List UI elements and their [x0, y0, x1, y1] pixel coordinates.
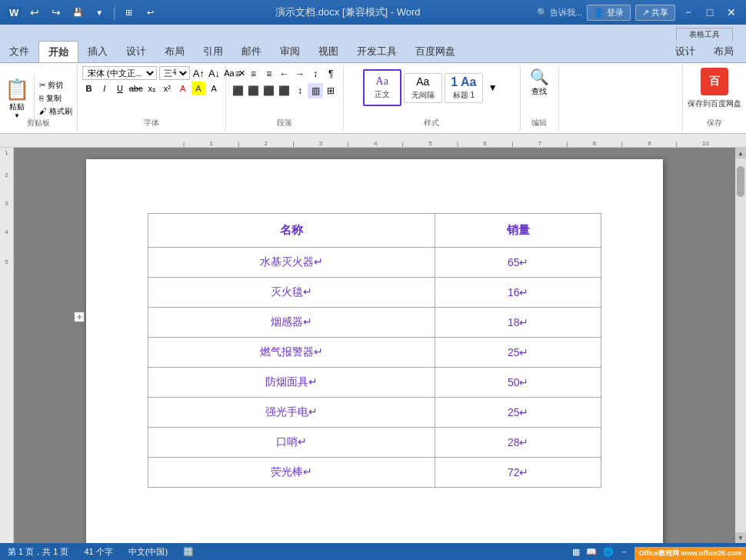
tab-home[interactable]: 开始: [38, 41, 78, 62]
copy-button[interactable]: ⎘ 复制: [36, 92, 75, 105]
quick-more-button[interactable]: ▼: [91, 4, 108, 21]
styles-group: Aa 正文 Aa 无间隔 1 Aa 标题 1 ▼ 样式: [344, 65, 521, 132]
superscript-button[interactable]: x²: [161, 82, 174, 95]
clipboard-label: 剪贴板: [0, 118, 77, 130]
find-button[interactable]: 🔍 查找: [527, 66, 552, 98]
font-color2-button[interactable]: A: [208, 82, 221, 95]
font-size-select[interactable]: 三号: [159, 66, 190, 80]
indent-decrease-button[interactable]: ←: [277, 66, 291, 82]
styles-more-button[interactable]: ▼: [485, 80, 501, 95]
person-icon: 👤: [594, 8, 604, 18]
tab-layout[interactable]: 布局: [155, 41, 194, 62]
baidu-group: 百 保存到百度网盘 保存: [682, 65, 746, 132]
app-container: W ↩ ↪ 💾 ▼ | ⊞ ↩ 演示文档.docx [兼容模式] - Word …: [0, 0, 746, 560]
font-controls: 宋体 (中文正... 三号 A↑ A↓ Aa ✕ B I U abc x₂: [82, 66, 221, 95]
tab-table-layout[interactable]: 布局: [704, 41, 743, 62]
save-quick-button[interactable]: 💾: [69, 4, 86, 21]
page-container: ✛ 名称 销量 水基灭火器↵65↵灭火毯↵16↵烟感器↵18↵燃气报警器↵25↵…: [14, 148, 735, 543]
multilevel-button[interactable]: ≡: [261, 66, 276, 82]
view-web-button[interactable]: 🌐: [603, 547, 614, 557]
bold-button[interactable]: B: [82, 82, 95, 95]
align-center-button[interactable]: ⬛: [246, 83, 261, 98]
borders-button[interactable]: ⊞: [324, 83, 338, 98]
subscript-button[interactable]: x₂: [145, 82, 158, 95]
document-title: 演示文档.docx [兼容模式] - Word: [159, 5, 537, 19]
justify-button[interactable]: ⬛: [277, 83, 291, 98]
font-family-select[interactable]: 宋体 (中文正...: [82, 66, 157, 80]
style-no-spacing[interactable]: Aa 无间隔: [404, 73, 442, 103]
show-marks-button[interactable]: ¶: [324, 66, 338, 82]
ribbon-tab-bar: 文件 开始 插入 设计 布局 引用 邮件 审阅 视图 开发工具 百度网盘 表格工…: [0, 25, 746, 63]
tab-table-design[interactable]: 设计: [666, 41, 704, 62]
tab-mailings[interactable]: 邮件: [232, 41, 271, 62]
undo-button[interactable]: ↩: [26, 4, 43, 21]
restore-button[interactable]: □: [701, 4, 718, 21]
baidu-watermark: Office教程网 www.office26.com: [634, 547, 746, 560]
table-cell-sales: 65↵: [435, 248, 601, 278]
font-grow-button[interactable]: A↑: [192, 66, 205, 80]
paste-button[interactable]: 📋 粘贴 ▼: [0, 75, 35, 122]
font-shrink-button[interactable]: A↓: [208, 66, 221, 80]
baidu-group-label: 保存: [707, 118, 722, 130]
zoom-out-button[interactable]: －: [620, 546, 628, 558]
strikethrough-button[interactable]: abc: [129, 82, 143, 95]
minimize-button[interactable]: －: [680, 4, 697, 21]
shading-button[interactable]: ▥: [308, 83, 322, 98]
title-right: 🔍 告诉我... 👤 登录 ↗ 共享 － □ ✕: [537, 4, 740, 21]
style-normal[interactable]: Aa 正文: [363, 69, 401, 106]
bullets-button[interactable]: ≡: [231, 66, 245, 82]
style-heading1[interactable]: 1 Aa 标题 1: [445, 73, 483, 103]
horizontal-ruler: |1|2|3|4|5|6|7|8|9|10: [0, 134, 746, 148]
share-button[interactable]: ↗ 共享: [635, 5, 675, 21]
tab-references[interactable]: 引用: [194, 41, 232, 62]
undo2-button[interactable]: ↩: [142, 4, 159, 21]
format-painter-button[interactable]: 🖌 格式刷: [36, 105, 75, 118]
touch-mode-button[interactable]: ⊞: [121, 4, 138, 21]
scroll-thumb[interactable]: [737, 166, 744, 197]
table-resize-right[interactable]: ⋮: [662, 310, 669, 318]
scroll-down-arrow[interactable]: ▼: [735, 532, 746, 543]
tab-developer[interactable]: 开发工具: [348, 41, 406, 62]
table-body: 水基灭火器↵65↵灭火毯↵16↵烟感器↵18↵燃气报警器↵25↵防烟面具↵50↵…: [148, 248, 601, 488]
table-cell-name: 防烟面具↵: [148, 368, 435, 398]
indent-increase-button[interactable]: →: [292, 66, 307, 82]
table-cell-name: 荧光棒↵: [148, 458, 435, 488]
highlight-button[interactable]: A: [191, 82, 205, 95]
numbering-button[interactable]: ≡: [246, 66, 261, 82]
tab-review[interactable]: 审阅: [271, 41, 309, 62]
underline-button[interactable]: U: [113, 82, 126, 95]
scroll-up-arrow[interactable]: ▲: [735, 148, 746, 158]
para-controls: ≡ ≡ ≡ ← → ↕ ¶ ⬛ ⬛ ⬛ ⬛ ↕ ▥ ⊞: [231, 66, 338, 98]
close-button[interactable]: ✕: [723, 4, 740, 21]
tab-file[interactable]: 文件: [0, 41, 38, 62]
italic-button[interactable]: I: [98, 82, 111, 95]
font-color-button[interactable]: A: [176, 82, 189, 95]
table-row: 防烟面具↵50↵: [148, 368, 601, 398]
tab-insert[interactable]: 插入: [78, 41, 117, 62]
vertical-scrollbar[interactable]: ▲ ▼: [735, 148, 746, 543]
tab-design[interactable]: 设计: [117, 41, 155, 62]
table-header-sales: 销量: [435, 214, 601, 248]
table-row: 强光手电↵25↵: [148, 398, 601, 428]
line-spacing-button[interactable]: ↕: [292, 83, 307, 98]
align-right-button[interactable]: ⬛: [261, 83, 276, 98]
login-button[interactable]: 👤 登录: [587, 5, 631, 21]
tab-view[interactable]: 视图: [309, 41, 348, 62]
table-cell-sales: 72↵: [435, 458, 601, 488]
table-move-handle[interactable]: ✛: [74, 312, 85, 322]
baidu-save-button[interactable]: 百: [698, 66, 731, 97]
paste-icon: 📋: [5, 78, 29, 102]
sort-button[interactable]: ↕: [308, 66, 322, 82]
share-icon: ↗: [642, 8, 649, 18]
view-read-button[interactable]: 📖: [586, 547, 597, 557]
redo-button[interactable]: ↪: [48, 4, 65, 21]
word-icon: W: [6, 6, 22, 19]
align-left-button[interactable]: ⬛: [231, 83, 245, 98]
view-normal-button[interactable]: ▦: [572, 547, 580, 557]
table-header-name: 名称: [148, 214, 435, 248]
ribbon: 📋 粘贴 ▼ ✂ 剪切 ⎘ 复制 🖌 格式刷 剪贴板: [0, 63, 746, 134]
search-tell-me[interactable]: 🔍 告诉我...: [537, 7, 582, 18]
tab-baidu[interactable]: 百度网盘: [406, 41, 465, 62]
cut-button[interactable]: ✂ 剪切: [36, 79, 75, 92]
char-count: 41 个字: [84, 546, 112, 558]
